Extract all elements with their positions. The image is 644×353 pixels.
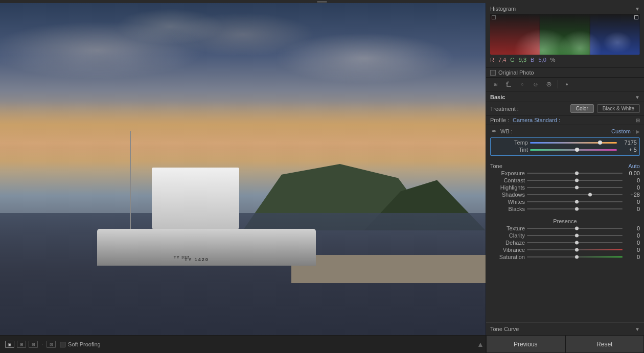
previous-button[interactable]: Previous bbox=[486, 335, 565, 353]
dehaze-slider[interactable] bbox=[527, 242, 623, 243]
texture-label: Texture bbox=[490, 225, 525, 231]
photo-bottom-controls: ▣ ⊞ ⊟ · ⊡ Soft Proofing bbox=[0, 341, 475, 348]
compare-view-icon[interactable]: ⊟ bbox=[29, 341, 38, 348]
contrast-thumb[interactable] bbox=[575, 179, 579, 182]
crop-tool-icon[interactable] bbox=[503, 80, 515, 89]
original-photo-checkbox[interactable] bbox=[490, 70, 496, 76]
vibrance-slider[interactable] bbox=[527, 249, 623, 250]
bw-treatment-btn[interactable]: Black & White bbox=[597, 104, 640, 113]
boat-cabin bbox=[152, 168, 239, 229]
wb-row: ✒ WB : Custom : ▶ bbox=[490, 127, 640, 135]
saturation-thumb[interactable] bbox=[575, 255, 579, 259]
g-label: G bbox=[510, 57, 515, 63]
main-area: TY 337 TY 1420 ▣ ⊞ ⊟ · ⊡ Soft Proofing bbox=[0, 3, 644, 353]
grid-tool-icon[interactable]: ⊞ bbox=[490, 80, 501, 89]
tint-slider-thumb[interactable] bbox=[575, 148, 579, 152]
texture-thumb[interactable] bbox=[575, 227, 579, 230]
texture-row: Texture 0 bbox=[490, 225, 640, 231]
shadows-slider[interactable] bbox=[527, 194, 623, 195]
soft-proofing-checkbox[interactable] bbox=[60, 342, 65, 347]
target-tool-icon[interactable]: ● bbox=[561, 80, 572, 89]
clarity-row: Clarity 0 bbox=[490, 232, 640, 239]
exposure-slider[interactable] bbox=[527, 173, 623, 174]
histogram-title: Histogram bbox=[490, 6, 516, 12]
shadows-row: Shadows +28 bbox=[490, 192, 640, 198]
whites-thumb[interactable] bbox=[575, 200, 579, 204]
vibrance-thumb[interactable] bbox=[575, 248, 579, 252]
single-view-icon[interactable]: ▣ bbox=[5, 341, 14, 348]
view-mode-icons: ▣ ⊞ ⊟ · ⊡ bbox=[5, 341, 56, 348]
blacks-label: Blacks bbox=[490, 206, 525, 212]
boat-mast bbox=[130, 131, 131, 229]
tone-curve-header: Tone Curve ▼ bbox=[486, 322, 644, 335]
basic-panel-header: Basic ▼ bbox=[486, 91, 644, 102]
auto-btn[interactable]: Auto bbox=[628, 163, 640, 169]
highlights-thumb[interactable] bbox=[575, 186, 579, 190]
wb-expand-arrow[interactable]: ▶ bbox=[636, 129, 640, 134]
blacks-thumb[interactable] bbox=[575, 207, 579, 211]
saturation-slider[interactable] bbox=[527, 256, 623, 257]
tone-section: Tone Auto Exposure 0,00 Contrast bbox=[486, 161, 644, 215]
redeye-tool-icon[interactable]: ◎ bbox=[530, 80, 541, 89]
whites-label: Whites bbox=[490, 199, 525, 205]
presence-header: Presence bbox=[490, 215, 640, 225]
highlights-row: Highlights 0 bbox=[490, 184, 640, 191]
histogram-corner-right[interactable] bbox=[634, 15, 638, 19]
wb-value[interactable]: Custom : bbox=[582, 128, 634, 134]
vibrance-row: Vibrance 0 bbox=[490, 247, 640, 253]
histogram-corners bbox=[492, 15, 638, 19]
svg-point-1 bbox=[548, 83, 550, 85]
temp-slider-track[interactable] bbox=[530, 142, 617, 144]
basic-panel-expand[interactable]: ▼ bbox=[635, 95, 640, 100]
dehaze-thumb[interactable] bbox=[575, 241, 579, 245]
whites-slider[interactable] bbox=[527, 201, 623, 202]
g-value: 9,3 bbox=[519, 57, 526, 63]
temp-slider-thumb[interactable] bbox=[598, 140, 602, 145]
contrast-label: Contrast bbox=[490, 177, 525, 183]
blacks-slider[interactable] bbox=[527, 208, 623, 209]
clarity-label: Clarity bbox=[490, 232, 525, 239]
reset-button[interactable]: Reset bbox=[565, 335, 645, 353]
profile-grid-icon[interactable]: ⊞ bbox=[636, 117, 640, 123]
texture-slider[interactable] bbox=[527, 228, 623, 229]
bottom-arrow[interactable]: ▲ bbox=[475, 336, 486, 354]
histogram-corner-left[interactable] bbox=[492, 15, 496, 19]
contrast-row: Contrast 0 bbox=[490, 177, 640, 183]
tone-curve-expand-icon[interactable]: ▼ bbox=[635, 326, 640, 332]
histogram-section: Histogram ▼ R 7,4 G 9,3 B 5,0 % bbox=[486, 3, 644, 68]
histogram-expand-icon[interactable]: ▼ bbox=[635, 6, 640, 12]
grid-view-icon[interactable]: ⊞ bbox=[17, 341, 26, 348]
survey-view-icon[interactable]: ⊡ bbox=[47, 341, 56, 348]
vibrance-value: 0 bbox=[625, 247, 640, 253]
profile-value[interactable]: Camera Standard : bbox=[513, 117, 634, 123]
clarity-thumb[interactable] bbox=[575, 234, 579, 238]
tint-slider-row: Tint + 5 bbox=[493, 147, 637, 153]
temp-slider-row: Temp 7175 bbox=[493, 139, 637, 146]
wb-temp-tint-box: Temp 7175 Tint + 5 bbox=[490, 137, 640, 156]
shadows-thumb[interactable] bbox=[588, 193, 592, 197]
original-photo-label: Original Photo bbox=[498, 69, 534, 76]
exposure-label: Exposure bbox=[490, 170, 525, 176]
healing-tool-icon[interactable]: ○ bbox=[517, 80, 528, 89]
exposure-thumb[interactable] bbox=[575, 172, 579, 175]
tint-slider-track[interactable] bbox=[530, 149, 617, 151]
exposure-row: Exposure 0,00 bbox=[490, 170, 640, 176]
r-label: R bbox=[490, 57, 494, 63]
wb-label: WB : bbox=[498, 128, 529, 134]
color-treatment-btn[interactable]: Color bbox=[570, 104, 594, 113]
clarity-slider[interactable] bbox=[527, 235, 623, 236]
contrast-slider[interactable] bbox=[527, 180, 623, 181]
tone-curve-title: Tone Curve bbox=[490, 326, 519, 332]
clarity-value: 0 bbox=[625, 232, 640, 239]
shadows-label: Shadows bbox=[490, 192, 525, 198]
tools-row: ⊞ ○ ◎ ● bbox=[486, 78, 644, 91]
profile-label: Profile : bbox=[490, 117, 511, 123]
gradient-tool-icon[interactable] bbox=[543, 80, 555, 89]
temp-value: 7175 bbox=[619, 139, 637, 146]
dehaze-row: Dehaze 0 bbox=[490, 240, 640, 246]
highlights-slider[interactable] bbox=[527, 187, 623, 188]
histogram-bars bbox=[490, 14, 640, 55]
wb-eyedropper-icon[interactable]: ✒ bbox=[490, 127, 498, 135]
panel-content: Basic ▼ Treatment : Color Black & White … bbox=[486, 91, 644, 322]
bottom-buttons: Previous Reset bbox=[486, 335, 644, 353]
